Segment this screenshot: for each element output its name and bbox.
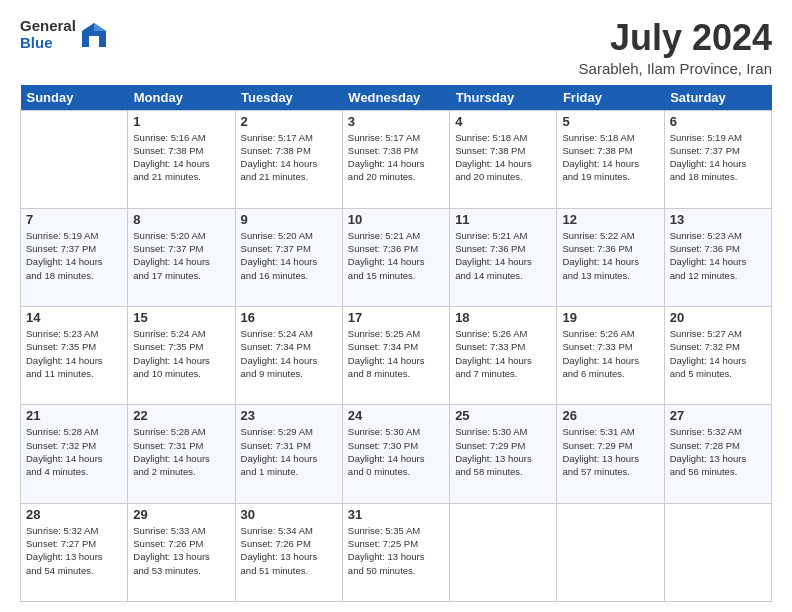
- logo-blue: Blue: [20, 35, 76, 52]
- cell-content: Sunrise: 5:21 AM Sunset: 7:36 PM Dayligh…: [348, 229, 444, 282]
- calendar-cell: 6Sunrise: 5:19 AM Sunset: 7:37 PM Daylig…: [664, 110, 771, 208]
- date-number: 7: [26, 212, 122, 227]
- day-wednesday: Wednesday: [342, 85, 449, 111]
- cell-content: Sunrise: 5:31 AM Sunset: 7:29 PM Dayligh…: [562, 425, 658, 478]
- cell-content: Sunrise: 5:19 AM Sunset: 7:37 PM Dayligh…: [26, 229, 122, 282]
- header-right: July 2024 Sarableh, Ilam Province, Iran: [579, 18, 772, 77]
- date-number: 4: [455, 114, 551, 129]
- date-number: 5: [562, 114, 658, 129]
- date-number: 24: [348, 408, 444, 423]
- cell-content: Sunrise: 5:32 AM Sunset: 7:28 PM Dayligh…: [670, 425, 766, 478]
- date-number: 2: [241, 114, 337, 129]
- cell-content: Sunrise: 5:21 AM Sunset: 7:36 PM Dayligh…: [455, 229, 551, 282]
- logo: General Blue: [20, 18, 108, 51]
- calendar-cell: 1Sunrise: 5:16 AM Sunset: 7:38 PM Daylig…: [128, 110, 235, 208]
- calendar-cell: 26Sunrise: 5:31 AM Sunset: 7:29 PM Dayli…: [557, 405, 664, 503]
- cell-content: Sunrise: 5:23 AM Sunset: 7:35 PM Dayligh…: [26, 327, 122, 380]
- cell-content: Sunrise: 5:27 AM Sunset: 7:32 PM Dayligh…: [670, 327, 766, 380]
- date-number: 26: [562, 408, 658, 423]
- calendar-cell: 11Sunrise: 5:21 AM Sunset: 7:36 PM Dayli…: [450, 208, 557, 306]
- calendar-cell: 10Sunrise: 5:21 AM Sunset: 7:36 PM Dayli…: [342, 208, 449, 306]
- date-number: 25: [455, 408, 551, 423]
- calendar-cell: 21Sunrise: 5:28 AM Sunset: 7:32 PM Dayli…: [21, 405, 128, 503]
- cell-content: Sunrise: 5:20 AM Sunset: 7:37 PM Dayligh…: [241, 229, 337, 282]
- day-monday: Monday: [128, 85, 235, 111]
- calendar-cell: [21, 110, 128, 208]
- calendar-cell: 19Sunrise: 5:26 AM Sunset: 7:33 PM Dayli…: [557, 307, 664, 405]
- cell-content: Sunrise: 5:20 AM Sunset: 7:37 PM Dayligh…: [133, 229, 229, 282]
- calendar-page: General Blue July 2024 Sarableh, Ilam Pr…: [0, 0, 792, 612]
- date-number: 27: [670, 408, 766, 423]
- calendar-cell: 25Sunrise: 5:30 AM Sunset: 7:29 PM Dayli…: [450, 405, 557, 503]
- week-row-0: 1Sunrise: 5:16 AM Sunset: 7:38 PM Daylig…: [21, 110, 772, 208]
- day-friday: Friday: [557, 85, 664, 111]
- month-title: July 2024: [579, 18, 772, 58]
- calendar-cell: 15Sunrise: 5:24 AM Sunset: 7:35 PM Dayli…: [128, 307, 235, 405]
- calendar-cell: 28Sunrise: 5:32 AM Sunset: 7:27 PM Dayli…: [21, 503, 128, 601]
- date-number: 15: [133, 310, 229, 325]
- calendar-cell: 12Sunrise: 5:22 AM Sunset: 7:36 PM Dayli…: [557, 208, 664, 306]
- day-sunday: Sunday: [21, 85, 128, 111]
- calendar-cell: 29Sunrise: 5:33 AM Sunset: 7:26 PM Dayli…: [128, 503, 235, 601]
- cell-content: Sunrise: 5:18 AM Sunset: 7:38 PM Dayligh…: [562, 131, 658, 184]
- date-number: 6: [670, 114, 766, 129]
- cell-content: Sunrise: 5:28 AM Sunset: 7:31 PM Dayligh…: [133, 425, 229, 478]
- week-row-3: 21Sunrise: 5:28 AM Sunset: 7:32 PM Dayli…: [21, 405, 772, 503]
- logo-general: General: [20, 18, 76, 35]
- date-number: 3: [348, 114, 444, 129]
- cell-content: Sunrise: 5:34 AM Sunset: 7:26 PM Dayligh…: [241, 524, 337, 577]
- calendar-cell: [557, 503, 664, 601]
- location: Sarableh, Ilam Province, Iran: [579, 60, 772, 77]
- week-row-2: 14Sunrise: 5:23 AM Sunset: 7:35 PM Dayli…: [21, 307, 772, 405]
- cell-content: Sunrise: 5:25 AM Sunset: 7:34 PM Dayligh…: [348, 327, 444, 380]
- calendar-cell: 22Sunrise: 5:28 AM Sunset: 7:31 PM Dayli…: [128, 405, 235, 503]
- date-number: 14: [26, 310, 122, 325]
- cell-content: Sunrise: 5:24 AM Sunset: 7:35 PM Dayligh…: [133, 327, 229, 380]
- calendar-cell: [450, 503, 557, 601]
- date-number: 21: [26, 408, 122, 423]
- calendar-cell: 23Sunrise: 5:29 AM Sunset: 7:31 PM Dayli…: [235, 405, 342, 503]
- calendar-cell: [664, 503, 771, 601]
- calendar-cell: 30Sunrise: 5:34 AM Sunset: 7:26 PM Dayli…: [235, 503, 342, 601]
- day-thursday: Thursday: [450, 85, 557, 111]
- svg-rect-2: [89, 36, 99, 47]
- calendar-cell: 17Sunrise: 5:25 AM Sunset: 7:34 PM Dayli…: [342, 307, 449, 405]
- calendar-cell: 27Sunrise: 5:32 AM Sunset: 7:28 PM Dayli…: [664, 405, 771, 503]
- date-number: 19: [562, 310, 658, 325]
- date-number: 16: [241, 310, 337, 325]
- cell-content: Sunrise: 5:17 AM Sunset: 7:38 PM Dayligh…: [348, 131, 444, 184]
- cell-content: Sunrise: 5:30 AM Sunset: 7:30 PM Dayligh…: [348, 425, 444, 478]
- cell-content: Sunrise: 5:26 AM Sunset: 7:33 PM Dayligh…: [562, 327, 658, 380]
- calendar-cell: 9Sunrise: 5:20 AM Sunset: 7:37 PM Daylig…: [235, 208, 342, 306]
- svg-marker-1: [94, 23, 106, 31]
- calendar-cell: 14Sunrise: 5:23 AM Sunset: 7:35 PM Dayli…: [21, 307, 128, 405]
- date-number: 29: [133, 507, 229, 522]
- date-number: 31: [348, 507, 444, 522]
- calendar-cell: 8Sunrise: 5:20 AM Sunset: 7:37 PM Daylig…: [128, 208, 235, 306]
- cell-content: Sunrise: 5:28 AM Sunset: 7:32 PM Dayligh…: [26, 425, 122, 478]
- date-number: 18: [455, 310, 551, 325]
- calendar-cell: 24Sunrise: 5:30 AM Sunset: 7:30 PM Dayli…: [342, 405, 449, 503]
- date-number: 23: [241, 408, 337, 423]
- date-number: 11: [455, 212, 551, 227]
- date-number: 20: [670, 310, 766, 325]
- cell-content: Sunrise: 5:29 AM Sunset: 7:31 PM Dayligh…: [241, 425, 337, 478]
- date-number: 17: [348, 310, 444, 325]
- calendar-cell: 31Sunrise: 5:35 AM Sunset: 7:25 PM Dayli…: [342, 503, 449, 601]
- date-number: 1: [133, 114, 229, 129]
- week-row-1: 7Sunrise: 5:19 AM Sunset: 7:37 PM Daylig…: [21, 208, 772, 306]
- calendar-cell: 2Sunrise: 5:17 AM Sunset: 7:38 PM Daylig…: [235, 110, 342, 208]
- cell-content: Sunrise: 5:32 AM Sunset: 7:27 PM Dayligh…: [26, 524, 122, 577]
- cell-content: Sunrise: 5:19 AM Sunset: 7:37 PM Dayligh…: [670, 131, 766, 184]
- day-tuesday: Tuesday: [235, 85, 342, 111]
- week-row-4: 28Sunrise: 5:32 AM Sunset: 7:27 PM Dayli…: [21, 503, 772, 601]
- calendar-table: Sunday Monday Tuesday Wednesday Thursday…: [20, 85, 772, 602]
- date-number: 22: [133, 408, 229, 423]
- cell-content: Sunrise: 5:18 AM Sunset: 7:38 PM Dayligh…: [455, 131, 551, 184]
- day-saturday: Saturday: [664, 85, 771, 111]
- cell-content: Sunrise: 5:26 AM Sunset: 7:33 PM Dayligh…: [455, 327, 551, 380]
- cell-content: Sunrise: 5:30 AM Sunset: 7:29 PM Dayligh…: [455, 425, 551, 478]
- logo-icon: [80, 21, 108, 49]
- cell-content: Sunrise: 5:23 AM Sunset: 7:36 PM Dayligh…: [670, 229, 766, 282]
- day-header-row: Sunday Monday Tuesday Wednesday Thursday…: [21, 85, 772, 111]
